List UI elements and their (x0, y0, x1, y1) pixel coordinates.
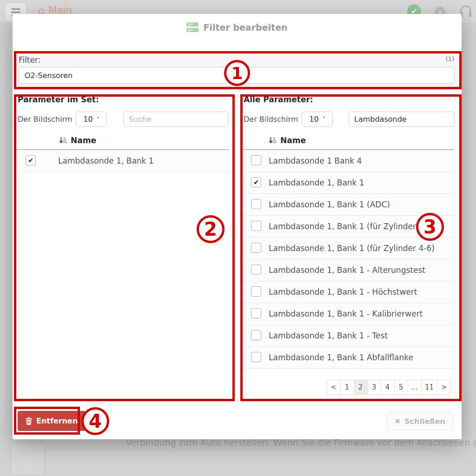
modal-title: Filter bearbeiten (203, 22, 287, 33)
annotation-rect-3 (240, 94, 462, 401)
annotation-circle-2: 2 (197, 215, 225, 243)
page: ⌂ Main ✔ Verbindung zum Auto herstellen.… (0, 0, 476, 476)
background-card (10, 443, 45, 476)
annotation-circle-1: 1 (224, 60, 250, 86)
annotation-circle-3: 3 (416, 213, 444, 241)
background-divider (0, 66, 13, 66)
annotation-rect-4 (14, 407, 80, 435)
close-button[interactable]: ✖ Schließen (387, 412, 453, 430)
filter-list-icon (186, 22, 198, 33)
annotation-rect-2 (14, 94, 235, 401)
modal-header: Filter bearbeiten (13, 22, 462, 33)
annotation-circle-4: 4 (81, 407, 109, 435)
hamburger-icon (11, 8, 20, 10)
close-icon: ✖ (395, 417, 400, 425)
